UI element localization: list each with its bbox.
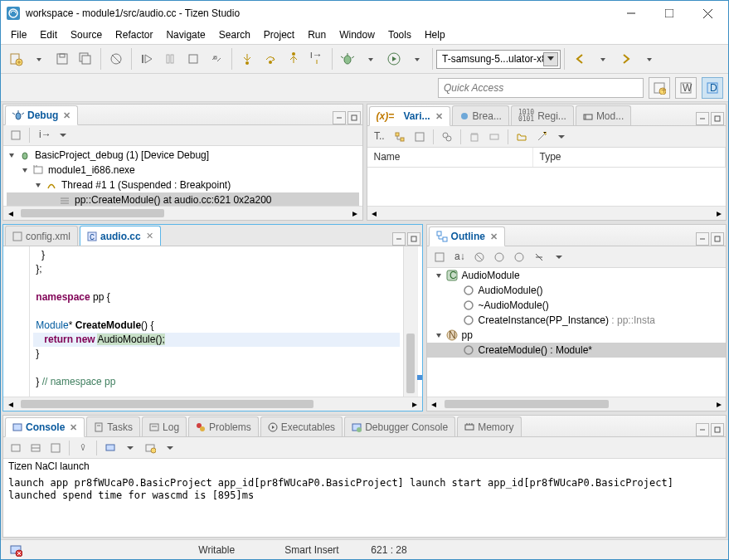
- terminate-button[interactable]: [182, 47, 205, 71]
- con-tb-2[interactable]: [27, 439, 45, 457]
- con-tb-pin[interactable]: [74, 439, 92, 457]
- tree-row[interactable]: pp::CreateModule() at audio.cc:621 0x2a2…: [7, 192, 359, 206]
- minimize-view-button[interactable]: [696, 232, 709, 246]
- console-tab[interactable]: Console✕: [5, 417, 85, 437]
- outline-tree[interactable]: CAudioModuleAudioModule()~AudioModule()C…: [427, 268, 726, 397]
- tasks-tab[interactable]: Tasks: [86, 416, 140, 436]
- outline-item[interactable]: CreateModule() : Module*: [427, 343, 726, 358]
- vars-tb-delete[interactable]: [465, 128, 484, 146]
- run-dropdown[interactable]: [406, 47, 429, 71]
- outline-tb-filter1[interactable]: [470, 248, 488, 266]
- menu-file[interactable]: File: [4, 27, 33, 42]
- problems-tab[interactable]: Problems: [188, 416, 259, 436]
- menu-tools[interactable]: Tools: [382, 27, 418, 42]
- instr-step-button[interactable]: i→: [305, 47, 328, 71]
- debug-tb-dropdown[interactable]: [54, 126, 72, 144]
- outline-tab[interactable]: Outline✕: [429, 226, 505, 246]
- menu-navigate[interactable]: Navigate: [159, 27, 211, 42]
- minimize-view-button[interactable]: [696, 423, 709, 436]
- con-tb-open[interactable]: [141, 439, 159, 457]
- debug-dropdown[interactable]: [359, 47, 382, 71]
- modules-tab[interactable]: Mod...: [576, 105, 631, 125]
- close-icon[interactable]: ✕: [70, 422, 77, 433]
- maximize-view-button[interactable]: [711, 112, 724, 125]
- outline-item[interactable]: ~AudioModule(): [427, 298, 726, 313]
- scrollbar-vertical[interactable]: [403, 246, 417, 397]
- scrollbar-horizontal[interactable]: ◂▸: [367, 206, 727, 220]
- maximize-button[interactable]: [650, 1, 688, 26]
- scrollbar-horizontal[interactable]: ◂▸: [3, 206, 362, 220]
- debugger-console-tab[interactable]: Debugger Console: [344, 416, 455, 436]
- log-tab[interactable]: Log: [142, 416, 187, 436]
- outline-tb-filter2[interactable]: [490, 248, 508, 266]
- close-icon[interactable]: ✕: [146, 231, 153, 241]
- col-name[interactable]: Name: [367, 148, 533, 167]
- maximize-view-button[interactable]: [407, 232, 420, 246]
- step-over-button[interactable]: [259, 47, 282, 71]
- outline-tb-1[interactable]: [430, 248, 449, 266]
- menu-project[interactable]: Project: [257, 27, 301, 42]
- col-type[interactable]: Type: [533, 148, 727, 167]
- scrollbar-horizontal[interactable]: ◂▸: [427, 397, 726, 411]
- con-tb-dropdown[interactable]: [121, 439, 139, 457]
- close-icon[interactable]: ✕: [63, 110, 70, 121]
- outline-tb-menu[interactable]: [550, 248, 568, 266]
- outline-tb-filter3[interactable]: [510, 248, 528, 266]
- outline-tb-sort[interactable]: a↓z: [450, 248, 469, 266]
- tree-row[interactable]: BasicProject_debug (1) [Device Debug]: [7, 148, 359, 163]
- variables-body[interactable]: [367, 168, 727, 206]
- vars-tb-btn3[interactable]: [411, 128, 429, 146]
- menu-search[interactable]: Search: [212, 27, 257, 42]
- save-all-button[interactable]: [74, 47, 97, 71]
- editor-gutter[interactable]: [3, 246, 30, 397]
- registers-tab[interactable]: 10100101Regi...: [511, 105, 574, 125]
- con-tb-dropdown2[interactable]: [161, 439, 179, 457]
- new-dropdown[interactable]: [27, 47, 51, 71]
- debug-button[interactable]: [336, 47, 359, 71]
- debug-tab[interactable]: Debug ✕: [5, 105, 78, 125]
- suspend-button[interactable]: [158, 47, 182, 71]
- variables-tab[interactable]: (x)= Vari...✕: [369, 106, 450, 126]
- minimize-view-button[interactable]: [696, 112, 709, 125]
- vars-tb-menu[interactable]: [552, 128, 571, 146]
- tree-row[interactable]: module1_i686.nexe: [7, 163, 359, 178]
- menu-refactor[interactable]: Refactor: [109, 27, 159, 42]
- minimize-view-button[interactable]: [392, 232, 406, 246]
- vars-tb-tree[interactable]: [391, 128, 409, 146]
- minimize-button[interactable]: [612, 1, 650, 26]
- perspective-web-button[interactable]: W: [675, 77, 697, 99]
- open-perspective-button[interactable]: +: [649, 77, 670, 99]
- outline-item[interactable]: Npp: [427, 328, 726, 343]
- breakpoints-tab[interactable]: Brea...: [452, 105, 509, 125]
- debug-tb-collapse[interactable]: [7, 126, 25, 144]
- step-into-button[interactable]: [236, 47, 259, 71]
- perspective-debug-button[interactable]: D: [702, 77, 723, 99]
- executables-tab[interactable]: Executables: [260, 416, 343, 436]
- maximize-view-button[interactable]: [711, 423, 724, 436]
- menu-source[interactable]: Source: [64, 27, 109, 42]
- nav-fwd-button[interactable]: [615, 47, 638, 71]
- close-button[interactable]: [688, 1, 727, 26]
- resume-button[interactable]: [135, 47, 158, 71]
- nav-back-button[interactable]: [568, 47, 591, 71]
- nav-fwd-dropdown[interactable]: [638, 47, 661, 71]
- minimize-view-button[interactable]: [333, 111, 346, 124]
- close-icon[interactable]: ✕: [490, 231, 498, 242]
- new-button[interactable]: [4, 47, 27, 71]
- quick-access-input[interactable]: [438, 78, 644, 98]
- status-icon[interactable]: [6, 543, 26, 557]
- vars-tb-wand[interactable]: [532, 128, 551, 146]
- vars-tb-btn4[interactable]: [438, 128, 456, 146]
- vars-tb-btn6[interactable]: [485, 128, 503, 146]
- nav-back-dropdown[interactable]: [591, 47, 615, 71]
- vars-tb-folder[interactable]: [513, 128, 531, 146]
- console-body[interactable]: launch app pr8fWUcaP0.BasicProject app_i…: [3, 474, 726, 537]
- menu-run[interactable]: Run: [301, 27, 333, 42]
- overview-ruler[interactable]: [417, 246, 422, 397]
- tree-row[interactable]: Thread #1 1 (Suspended : Breakpoint): [7, 178, 359, 192]
- tab-config[interactable]: config.xml: [5, 226, 78, 246]
- close-icon[interactable]: ✕: [435, 111, 443, 122]
- outline-item[interactable]: AudioModule(): [427, 283, 726, 298]
- vars-tb-btn1[interactable]: T..: [371, 128, 389, 146]
- tab-audio[interactable]: caudio.cc✕: [80, 226, 161, 246]
